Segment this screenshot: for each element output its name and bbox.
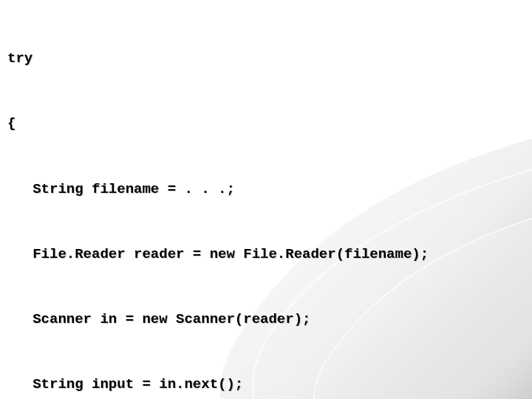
- code-line: try: [7, 48, 525, 69]
- code-line: {: [7, 113, 525, 134]
- code-line: File.Reader reader = new File.Reader(fil…: [7, 244, 525, 265]
- code-line: String input = in.next();: [7, 374, 525, 395]
- code-line: String filename = . . .;: [7, 179, 525, 200]
- code-line: Scanner in = new Scanner(reader);: [7, 309, 525, 330]
- code-block: try { String filename = . . .; File.Read…: [0, 0, 532, 399]
